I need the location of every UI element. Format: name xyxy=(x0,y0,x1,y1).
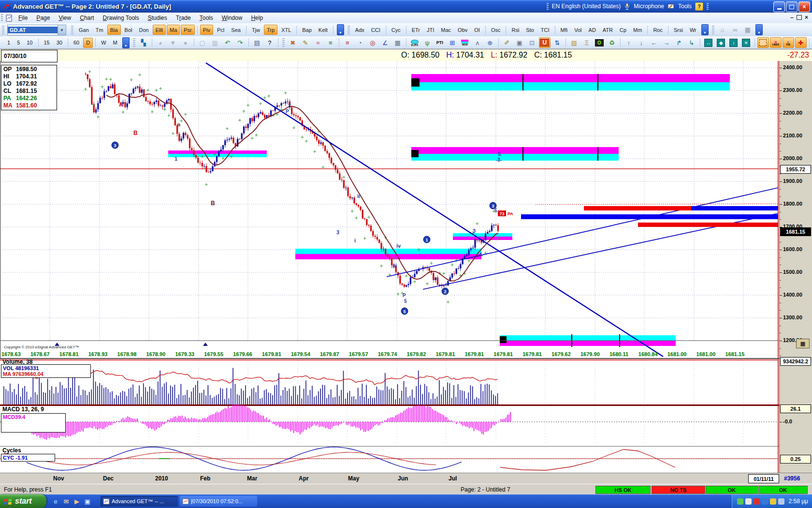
back-icon[interactable]: ↶ xyxy=(222,37,233,48)
study-button-cci[interactable]: CCI xyxy=(368,25,383,35)
wave-icon[interactable]: ʌ xyxy=(472,37,483,48)
mail-icon[interactable]: ✉ xyxy=(61,496,71,506)
help-pointer-icon[interactable]: ? xyxy=(264,37,276,48)
zoom-plus-icon[interactable]: ⊕ xyxy=(484,37,496,48)
grid-icon[interactable]: ▦ xyxy=(392,37,404,48)
menu-help[interactable]: Help xyxy=(246,14,267,22)
toolbar-grip[interactable] xyxy=(712,26,714,34)
study-button-obv[interactable]: Obv xyxy=(455,25,470,35)
menu-view[interactable]: View xyxy=(54,14,75,22)
time-axis[interactable]: 01/11/11 #3956 NovDec2010FebMarAprMayJun… xyxy=(0,473,812,484)
menu-trade[interactable]: Trade xyxy=(172,14,195,22)
lines-tool-icon[interactable]: ✕LINES xyxy=(770,37,782,48)
task-button-1[interactable]: Advanced GET™ -- ... xyxy=(101,496,178,507)
dashes-icon[interactable]: ≡ xyxy=(342,37,353,48)
print-icon[interactable]: ▤ xyxy=(251,37,263,48)
alert-tray-icon[interactable] xyxy=(754,498,760,505)
menu-chart[interactable]: Chart xyxy=(75,14,98,22)
study-button-mfi[interactable]: Mfi xyxy=(558,25,571,35)
study-button-oi[interactable]: OI xyxy=(471,25,483,35)
menu-studies[interactable]: Studies xyxy=(144,14,172,22)
expand-v-icon[interactable]: ↕ xyxy=(728,37,740,48)
volume-svg[interactable] xyxy=(0,359,779,404)
calendar-icon[interactable]: ▦ xyxy=(796,339,810,348)
study-button-xtl[interactable]: XTL xyxy=(278,25,294,35)
u-tool-icon[interactable]: U xyxy=(539,37,551,48)
study-button-bap[interactable]: Bap xyxy=(299,25,315,35)
study-button-sto[interactable]: Sto xyxy=(523,25,537,35)
symbol-combobox[interactable]: GD.AT ▾ xyxy=(7,25,66,35)
mdi-restore-button[interactable] xyxy=(797,15,802,20)
close-button[interactable]: × xyxy=(798,1,810,12)
depth-icon[interactable]: ▦ xyxy=(742,25,754,35)
ball-icon[interactable]: ● xyxy=(180,37,191,48)
study-button-ad[interactable]: AD xyxy=(586,25,599,35)
symbol-value[interactable]: GD.AT xyxy=(8,27,58,33)
chart-svg[interactable]: 73PAABaB12Pii3iiviiiP53455.-3-31253Copyr… xyxy=(0,61,779,358)
menu-page[interactable]: Page xyxy=(32,14,54,22)
pages-icon[interactable]: ⊡ xyxy=(526,37,538,48)
study-button-roc[interactable]: Roc xyxy=(650,25,666,35)
study-button-vol[interactable]: Vol xyxy=(571,25,584,35)
ie-icon[interactable]: e xyxy=(51,496,60,506)
network-tray-icon[interactable] xyxy=(762,498,768,505)
ellipse-tool-icon[interactable]: ELIPS xyxy=(409,37,420,48)
mdi-close-button[interactable]: × xyxy=(805,14,808,21)
right-arrow-icon[interactable]: → xyxy=(661,37,672,48)
study-button-trp[interactable]: Trp xyxy=(264,25,277,35)
volume-panel[interactable] xyxy=(0,358,779,405)
study-button-gan[interactable]: Gan xyxy=(76,25,92,35)
timeframe-button-5[interactable]: 5 xyxy=(14,38,23,48)
language-bar-grip[interactable] xyxy=(547,3,549,10)
menu-drawing-tools[interactable]: Drawing Tools xyxy=(99,14,144,22)
scales-icon[interactable]: Ξ xyxy=(581,37,593,48)
timeframe-button-15[interactable]: 15 xyxy=(41,38,53,48)
cycles-svg[interactable] xyxy=(0,446,779,473)
timeframe-button-m[interactable]: M xyxy=(110,38,120,48)
toolbar-grip[interactable] xyxy=(71,26,73,34)
timeframe-button-1[interactable]: 1 xyxy=(4,38,13,48)
cross-tool-icon[interactable]: ✚ xyxy=(795,37,807,48)
cycles-panel[interactable] xyxy=(0,446,779,473)
language-help-button[interactable]: ? xyxy=(695,2,703,11)
forward-icon[interactable]: ↷ xyxy=(234,37,246,48)
tick-chart-icon[interactable]: ▚ xyxy=(138,37,149,48)
toolbar-grip[interactable] xyxy=(282,38,285,47)
start-button[interactable]: start xyxy=(0,494,46,508)
study-button-jti[interactable]: JTI xyxy=(424,25,437,35)
new-page-icon[interactable]: ▢ xyxy=(197,37,208,48)
left-arrow-icon[interactable]: ← xyxy=(648,37,660,48)
scheduler-tray-icon[interactable] xyxy=(745,498,752,505)
fib-tool-icon[interactable]: ≡FIB xyxy=(783,37,794,48)
waves-icon[interactable]: ≈ xyxy=(312,37,324,48)
macd-svg[interactable] xyxy=(0,404,779,446)
toolbar-chevron[interactable]: ▾ xyxy=(755,24,763,35)
toolbar-grip[interactable] xyxy=(348,26,350,34)
step-up-icon[interactable]: ↱ xyxy=(673,37,685,48)
media-icon[interactable]: ▶ xyxy=(72,496,82,506)
study-button-mac[interactable]: Mac xyxy=(438,25,454,35)
menu-window[interactable]: Window xyxy=(218,14,247,22)
study-button-don[interactable]: Don xyxy=(136,25,152,35)
links-icon[interactable]: ∞ xyxy=(729,25,741,35)
diamond-icon[interactable]: ◆ xyxy=(715,37,727,48)
study-button-cp[interactable]: Cp xyxy=(617,25,629,35)
study-button-pcl[interactable]: Pcl xyxy=(214,25,227,35)
step-down-icon[interactable]: ↳ xyxy=(686,37,697,48)
macd-panel[interactable] xyxy=(0,404,779,446)
pti-icon[interactable]: PTI xyxy=(434,37,446,48)
up-arrow-icon[interactable]: ↑ xyxy=(623,37,635,48)
study-button-bol[interactable]: Bol xyxy=(122,25,135,35)
study-button-tci[interactable]: TCI xyxy=(538,25,552,35)
down-arrow-icon[interactable]: ↓ xyxy=(636,37,647,48)
title-bar[interactable]: Advanced GET™ -- Page 2: Untitled 7 - [G… xyxy=(0,0,812,13)
folder-icon[interactable]: ▨ xyxy=(568,37,580,48)
toolbar-grip[interactable] xyxy=(133,38,135,47)
study-button-adx[interactable]: Adx xyxy=(352,25,367,35)
study-button-psr[interactable]: Psr xyxy=(181,25,195,35)
toolbar-chevron[interactable]: ▾ xyxy=(701,24,709,35)
pencil2-icon[interactable]: ✐ xyxy=(501,37,513,48)
menu-grip[interactable] xyxy=(1,14,3,22)
task-button-2[interactable]: [07/30/2010 07:52:0... xyxy=(180,496,257,507)
study-button-cyc[interactable]: Cyc xyxy=(389,25,404,35)
